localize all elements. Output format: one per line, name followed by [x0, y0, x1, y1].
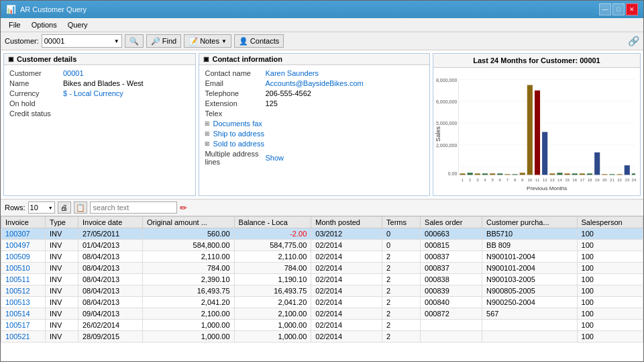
- combo-arrow-icon: ▼: [114, 38, 119, 44]
- col-header-original[interactable]: Original amount ...: [142, 217, 234, 228]
- table-row[interactable]: 100514INV09/04/20132,100.002,100.0002/20…: [1, 308, 643, 320]
- multiple-address-show-link[interactable]: Show: [265, 154, 284, 162]
- table-row[interactable]: 100517INV26/02/20141,000.001,000.0002/20…: [1, 320, 643, 331]
- sold-to-address-label: Sold to address: [213, 140, 264, 148]
- collapse-customer-icon[interactable]: ▣: [8, 56, 14, 62]
- table-cell: 1,000.00: [142, 331, 234, 343]
- collapse-contact-icon[interactable]: ▣: [203, 56, 209, 62]
- table-row[interactable]: 100521INV28/09/20151,000.001,000.0002/20…: [1, 331, 643, 343]
- table-row[interactable]: 100512INV08/04/201316,493.7516,493.7502/…: [1, 285, 643, 297]
- contact-telephone-value: 206-555-4562: [265, 89, 311, 97]
- contact-label-telephone: Telephone: [205, 89, 265, 97]
- currency-value-link[interactable]: $ - Local Currency: [63, 89, 123, 97]
- chart-panel: Last 24 Months for Customer: 00001 Sales: [433, 53, 641, 196]
- svg-text:9: 9: [521, 177, 524, 182]
- table-row[interactable]: 100513INV08/04/20132,041.202,041.2002/20…: [1, 297, 643, 308]
- col-header-type[interactable]: Type: [46, 217, 78, 228]
- col-header-terms[interactable]: Terms: [382, 217, 421, 228]
- edit-icon[interactable]: ✏: [180, 203, 187, 213]
- print-button[interactable]: 🖨: [58, 201, 71, 214]
- customer-combo[interactable]: 00001 ▼: [42, 34, 122, 48]
- minimize-button[interactable]: —: [599, 3, 611, 15]
- notes-dropdown-icon: ▼: [221, 38, 227, 44]
- search-input[interactable]: [90, 201, 177, 214]
- table-cell: 2: [382, 251, 421, 263]
- col-header-balance[interactable]: Balance - Loca: [234, 217, 311, 228]
- table-row[interactable]: 100510INV08/04/2013784.00784.0002/201420…: [1, 263, 643, 274]
- table-cell: 000663: [421, 228, 482, 240]
- rows-combo[interactable]: 10 ▼: [28, 201, 55, 214]
- expand-docfax-icon: ⊞: [205, 120, 210, 127]
- table-cell: 100512: [1, 285, 46, 297]
- menu-file[interactable]: File: [3, 19, 26, 30]
- svg-text:16: 16: [572, 177, 577, 182]
- svg-text:4: 4: [484, 177, 486, 182]
- table-cell: 08/04/2013: [78, 285, 142, 297]
- table-cell: 584,775.00: [234, 240, 311, 251]
- table-cell: 09/04/2013: [78, 308, 142, 320]
- table-cell: 784.00: [234, 263, 311, 274]
- contacts-button[interactable]: 👤 Contacts: [234, 34, 284, 48]
- table-cell: INV: [46, 285, 78, 297]
- col-header-invoice[interactable]: Invoice: [1, 217, 46, 228]
- table-wrapper[interactable]: Invoice Type Invoice date Original amoun…: [1, 216, 643, 361]
- contact-label-name: Contact name: [205, 69, 265, 77]
- table-row[interactable]: 100509INV08/04/20132,110.002,110.0002/20…: [1, 251, 643, 263]
- table-cell: 2,041.20: [142, 297, 234, 308]
- ship-to-address-label: Ship to address: [213, 130, 264, 138]
- col-header-salesperson[interactable]: Salesperson: [577, 217, 643, 228]
- table-cell: 26/02/2014: [78, 320, 142, 331]
- table-row[interactable]: 100511INV08/04/20132,390.101,190.1002/20…: [1, 274, 643, 285]
- svg-rect-17: [490, 173, 495, 175]
- table-cell: 100: [577, 297, 643, 308]
- chart-area: Sales 8,000,000 6,000,000 5,000,00: [433, 68, 640, 195]
- svg-rect-27: [565, 173, 570, 175]
- svg-rect-18: [497, 173, 502, 175]
- contact-email-link[interactable]: Accounts@BaysideBikes.com: [265, 79, 363, 87]
- notes-button[interactable]: 📝 Notes ▼: [184, 34, 231, 48]
- svg-rect-20: [513, 174, 518, 175]
- close-button[interactable]: ✕: [626, 3, 638, 15]
- table-cell: INV: [46, 240, 78, 251]
- customer-value-link[interactable]: 00001: [63, 69, 84, 77]
- field-label-customer: Customer: [9, 69, 63, 77]
- ship-to-address-row[interactable]: ⊞ Ship to address: [205, 130, 424, 138]
- contact-name-link[interactable]: Karen Saunders: [265, 69, 319, 77]
- col-header-salesorder[interactable]: Sales order: [421, 217, 482, 228]
- svg-rect-26: [557, 173, 562, 175]
- svg-rect-36: [632, 173, 635, 175]
- sold-to-address-row[interactable]: ⊞ Sold to address: [205, 140, 424, 148]
- table-cell: -2.00: [234, 228, 311, 240]
- field-label-creditstatus: Credit status: [9, 109, 63, 118]
- col-header-monthposted[interactable]: Month posted: [311, 217, 382, 228]
- table-cell: 0: [382, 228, 421, 240]
- rows-label: Rows:: [5, 203, 25, 212]
- export-button[interactable]: 📋: [74, 201, 87, 214]
- table-cell: 100: [577, 251, 643, 263]
- field-label-currency: Currency: [9, 89, 63, 97]
- menu-options[interactable]: Options: [26, 19, 62, 30]
- contact-info-panel: ▣ Contact information Contact name Karen…: [199, 53, 430, 196]
- svg-rect-13: [460, 173, 465, 175]
- svg-text:6: 6: [499, 177, 502, 182]
- svg-text:6,000,000: 6,000,000: [436, 99, 458, 105]
- table-cell: 2: [382, 285, 421, 297]
- documents-fax-row[interactable]: ⊞ Documents fax: [205, 120, 424, 128]
- svg-text:17: 17: [580, 177, 585, 182]
- table-cell: 28/09/2015: [78, 331, 142, 343]
- menu-query[interactable]: Query: [62, 19, 93, 30]
- table-cell: 16,493.75: [142, 285, 234, 297]
- link-icon[interactable]: 🔗: [628, 36, 639, 46]
- svg-text:15: 15: [565, 177, 570, 182]
- svg-rect-25: [549, 173, 555, 175]
- customer-value: 00001: [44, 37, 65, 45]
- table-row[interactable]: 100497INV01/04/2013584,800.00584,775.000…: [1, 240, 643, 251]
- table-row[interactable]: 100307INV27/05/2011560.00-2.0003/2012000…: [1, 228, 643, 240]
- maximize-button[interactable]: □: [612, 3, 625, 15]
- find-button[interactable]: 🔎 Find: [146, 34, 181, 48]
- search-icon-btn[interactable]: 🔍: [125, 34, 144, 48]
- table-cell: 02/2014: [311, 320, 382, 331]
- col-header-date[interactable]: Invoice date: [78, 217, 142, 228]
- table-cell: N900103-2005: [482, 274, 577, 285]
- col-header-custpo[interactable]: Customer purcha...: [482, 217, 577, 228]
